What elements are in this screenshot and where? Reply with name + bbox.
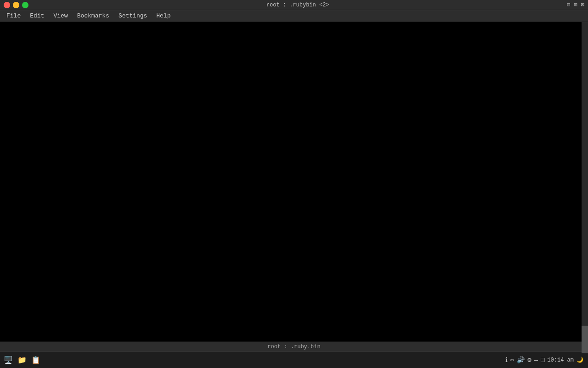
volume-icon: 🔊: [517, 356, 525, 364]
clock-area: ℹ ✂ 🔊 ⚙ — □ 10:14 am 🌙: [505, 356, 586, 364]
menu-item-bookmarks[interactable]: Bookmarks: [73, 12, 114, 20]
title-bar-left: [4, 2, 28, 8]
status-bar: root : .ruby.bin: [0, 341, 588, 351]
scroll-thumb[interactable]: [582, 326, 588, 353]
maximize-icon: □: [541, 356, 544, 364]
minimize-icon: —: [534, 356, 538, 364]
title-bar-icon1: ⊟: [567, 1, 570, 8]
taskbar-icon-files[interactable]: 📁: [16, 354, 28, 367]
clock: 10:14 am: [547, 357, 574, 363]
menu-item-file[interactable]: File: [2, 12, 25, 20]
menu-item-help[interactable]: Help: [152, 12, 175, 20]
title-bar-icon3: ⊠: [581, 1, 584, 8]
menu-item-view[interactable]: View: [49, 12, 72, 20]
title-bar-right: ⊟ ⊞ ⊠: [567, 1, 584, 8]
status-text: root : .ruby.bin: [267, 344, 320, 350]
taskbar-icon-desktop[interactable]: 🖥️: [2, 354, 15, 367]
scissors-icon: ✂: [510, 356, 514, 364]
terminal-content[interactable]: [0, 22, 588, 341]
minimize-button[interactable]: [13, 2, 19, 8]
moon-icon: 🌙: [577, 356, 583, 363]
maximize-button[interactable]: [22, 2, 28, 8]
menu-item-edit[interactable]: Edit: [25, 12, 49, 20]
taskbar: 🖥️ 📁 📋 ℹ ✂ 🔊 ⚙ — □ 10:14 am 🌙: [0, 351, 588, 368]
title-bar-icon2: ⊞: [574, 1, 577, 8]
taskbar-icon-clipboard[interactable]: 📋: [29, 354, 42, 367]
window-title: root : .rubybin <2>: [266, 2, 329, 8]
menu-bar: FileEditViewBookmarksSettingsHelp: [0, 10, 588, 22]
info-icon: ℹ: [505, 356, 508, 364]
title-bar: root : .rubybin <2> ⊟ ⊞ ⊠: [0, 0, 588, 10]
menu-item-settings[interactable]: Settings: [114, 12, 152, 20]
close-button[interactable]: [4, 2, 10, 8]
scrollbar[interactable]: [582, 22, 588, 347]
gear-icon: ⚙: [527, 356, 531, 364]
